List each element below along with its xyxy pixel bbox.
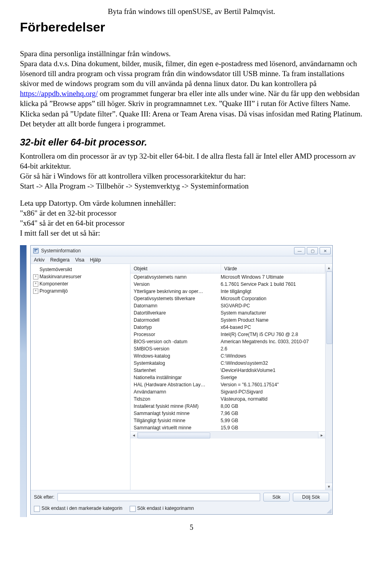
- cell-object: Systemkatalog: [130, 360, 221, 366]
- close-icon: ✕: [324, 249, 327, 253]
- cell-object: Tidszon: [130, 396, 221, 402]
- horizontal-scrollbar[interactable]: ◄ ►: [130, 431, 325, 439]
- detail-rows: Operativsystemets namnMicrosoft Windows …: [130, 273, 325, 431]
- maximize-button[interactable]: ▢: [307, 247, 318, 254]
- cell-value: American Megatrends Inc. 0303, 2010-07: [221, 339, 325, 344]
- detail-pane: Objekt Värde Operativsystemets namnMicro…: [130, 264, 332, 490]
- scroll-right-icon[interactable]: ►: [318, 432, 325, 439]
- menu-visa[interactable]: Visa: [75, 257, 84, 263]
- cell-object: Tillgängligt fysiskt minne: [130, 418, 221, 423]
- table-row[interactable]: TidszonVästeuropa, normaltid: [130, 395, 325, 403]
- table-row[interactable]: Nationella inställningarSverige: [130, 374, 325, 381]
- expand-icon[interactable]: +: [33, 281, 38, 287]
- scroll-left-icon[interactable]: ◄: [130, 432, 138, 439]
- winehq-link[interactable]: https://appdb.winehq.org/: [20, 89, 98, 98]
- cell-object: Operativsystemets tillverkare: [130, 296, 221, 301]
- minimize-button[interactable]: —: [294, 247, 305, 254]
- cell-value: 6.1.7601 Service Pack 1 build 7601: [221, 281, 325, 287]
- window-title: Systeminformation: [41, 248, 81, 254]
- cell-value: System manufacturer: [221, 310, 325, 316]
- table-row[interactable]: DatornamnSIGVARD-PC: [130, 302, 325, 309]
- table-row[interactable]: SystemkatalogC:\Windows\system32: [130, 360, 325, 367]
- header-varde[interactable]: Värde: [221, 264, 325, 273]
- page-header: Byta från windows till openSUSE, av Bert…: [20, 7, 363, 16]
- table-row[interactable]: Sammanlagt virtuellt minne15,9 GB: [130, 424, 325, 431]
- close-button[interactable]: ✕: [320, 247, 331, 254]
- table-row[interactable]: Operativsystemets namnMicrosoft Windows …: [130, 273, 325, 281]
- close-search-button[interactable]: Dölj Sök: [293, 493, 329, 501]
- scroll-thumb[interactable]: [138, 433, 210, 439]
- search-button[interactable]: Sök: [263, 493, 290, 501]
- cell-object: Datortillverkare: [130, 310, 221, 316]
- category-tree[interactable]: Systemöversikt + Maskinvaruresurser + Ko…: [31, 264, 130, 490]
- checkbox-icon[interactable]: [34, 506, 40, 512]
- table-row[interactable]: SMBIOS-version2.6: [130, 345, 325, 352]
- checkbox-icon[interactable]: [130, 506, 136, 512]
- option-marked-category[interactable]: Sök endast i den markerade kategorin: [34, 505, 122, 511]
- expand-icon[interactable]: +: [33, 289, 38, 294]
- menu-arkiv[interactable]: Arkiv: [34, 257, 45, 263]
- tree-label: Programmiljö: [39, 288, 68, 294]
- table-row[interactable]: ProcessorIntel(R) Core(TM) i5 CPU 760 @ …: [130, 331, 325, 338]
- resize-grip-icon[interactable]: [327, 509, 332, 513]
- tree-item-komponenter[interactable]: + Komponenter: [32, 280, 129, 287]
- table-row[interactable]: Tillgängligt fysiskt minne5,99 GB: [130, 417, 325, 424]
- svg-rect-2: [34, 250, 36, 251]
- table-row[interactable]: Windows-katalogC:\Windows: [130, 352, 325, 360]
- cell-value: x64-based PC: [221, 324, 325, 330]
- cell-object: Användarnamn: [130, 389, 221, 395]
- table-row[interactable]: DatortillverkareSystem manufacturer: [130, 309, 325, 317]
- menu-hjalp[interactable]: Hjälp: [90, 257, 101, 263]
- cell-value: 5,99 GB: [221, 418, 325, 423]
- cell-value: SIGVARD-PC: [221, 303, 325, 309]
- table-row[interactable]: Sammanlagt fysiskt minne7,96 GB: [130, 410, 325, 417]
- tree-item-systemoversikt[interactable]: Systemöversikt: [32, 266, 129, 273]
- scroll-up-icon[interactable]: ▲: [326, 264, 332, 271]
- scroll-down-icon[interactable]: ▼: [326, 483, 332, 490]
- column-headers[interactable]: Objekt Värde: [130, 264, 325, 273]
- heading-forberedelser: Förberedelser: [20, 20, 363, 35]
- cell-value: Microsoft Corporation: [221, 296, 325, 301]
- scroll-thumb[interactable]: [326, 271, 332, 344]
- table-row[interactable]: DatormodellSystem Product Name: [130, 317, 325, 324]
- tree-item-programmiljo[interactable]: + Programmiljö: [32, 287, 129, 295]
- cell-object: SMBIOS-version: [130, 346, 221, 352]
- table-row[interactable]: Startenhet\Device\HarddiskVolume1: [130, 367, 325, 374]
- cell-object: Datornamn: [130, 303, 221, 309]
- menu-redigera[interactable]: Redigera: [50, 257, 70, 263]
- cell-object: Sammanlagt fysiskt minne: [130, 411, 221, 416]
- systeminformation-window: Systeminformation — ▢ ✕ Arkiv Redigera V…: [30, 245, 333, 514]
- tree-item-maskinvaruresurser[interactable]: + Maskinvaruresurser: [32, 273, 129, 280]
- titlebar[interactable]: Systeminformation — ▢ ✕: [31, 246, 332, 256]
- paragraph-1: Spara dina personliga inställningar från…: [20, 39, 363, 129]
- table-row[interactable]: Operativsystemets tillverkareMicrosoft C…: [130, 295, 325, 302]
- vertical-scrollbar[interactable]: ▲ ▼: [325, 264, 332, 490]
- tree-label: Komponenter: [39, 281, 68, 287]
- table-row[interactable]: Installerat fysiskt minne (RAM)8,00 GB: [130, 403, 325, 410]
- cell-object: Ytterligare beskrivning av oper…: [130, 289, 221, 294]
- maximize-icon: ▢: [311, 249, 314, 253]
- app-icon: [33, 248, 39, 254]
- table-row[interactable]: Datortypx64-based PC: [130, 324, 325, 331]
- option-label: Sök endast i kategorinamn: [137, 505, 194, 511]
- cell-object: Processor: [130, 332, 221, 337]
- cell-object: Startenhet: [130, 368, 221, 373]
- header-objekt[interactable]: Objekt: [130, 264, 221, 273]
- cell-value: Intel(R) Core(TM) i5 CPU 760 @ 2.8: [221, 332, 325, 337]
- option-category-name[interactable]: Sök endast i kategorinamn: [130, 505, 194, 511]
- cell-value: Sverige: [221, 375, 325, 380]
- svg-rect-3: [34, 251, 36, 252]
- table-row[interactable]: Version6.1.7601 Service Pack 1 build 760…: [130, 281, 325, 288]
- svg-rect-1: [34, 249, 38, 250]
- expand-icon[interactable]: +: [33, 274, 38, 279]
- page-number: 5: [20, 523, 363, 532]
- table-row[interactable]: BIOS-version och -datumAmerican Megatren…: [130, 338, 325, 345]
- tree-label: Maskinvaruresurser: [39, 274, 81, 279]
- table-row[interactable]: HAL (Hardware Abstraction Lay…Version = …: [130, 381, 325, 388]
- cell-object: Windows-katalog: [130, 353, 221, 359]
- table-row[interactable]: Ytterligare beskrivning av oper…Inte til…: [130, 288, 325, 295]
- table-row[interactable]: AnvändarnamnSigvard-PC\Sigvard: [130, 388, 325, 395]
- search-input[interactable]: [57, 493, 260, 501]
- cell-value: 15,9 GB: [221, 425, 325, 431]
- search-label: Sök efter:: [34, 494, 54, 500]
